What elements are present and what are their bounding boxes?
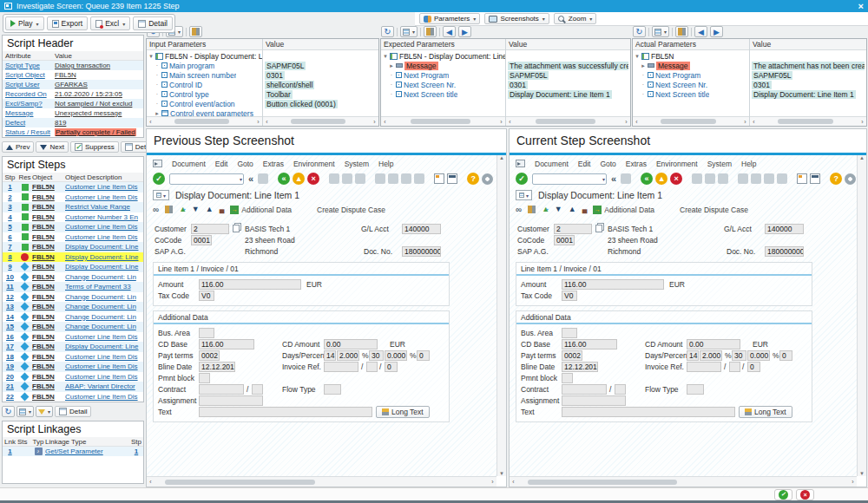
sap-menu-item[interactable]: Goto (600, 160, 615, 168)
tree-item[interactable]: · Next Program (633, 70, 749, 80)
invoice-ref-field[interactable] (687, 362, 721, 372)
previous-item-icon[interactable]: ▲ (206, 206, 214, 213)
customize-layout-icon[interactable] (482, 173, 493, 185)
payt-terms-field[interactable]: 0002 (199, 350, 220, 361)
pct2-field[interactable]: 0.000 (747, 350, 770, 361)
parameter-label[interactable]: Message (404, 62, 438, 70)
bline-date-field[interactable]: 12.12.2019 (562, 362, 598, 372)
script-step-row[interactable]: 1 FBL5N Customer Line Item Dis (3, 182, 143, 193)
script-step-row[interactable]: 10 FBL5N Change Document: Lin (3, 272, 143, 283)
horizontal-scrollbar[interactable]: ‹› (381, 116, 505, 126)
sap-menu-item[interactable]: Document (535, 160, 569, 168)
step-number-link[interactable]: 11 (6, 283, 13, 291)
parameter-label[interactable]: Next Screen Nr. (655, 81, 707, 89)
scroll-left-icon[interactable]: ‹ (147, 119, 155, 125)
refresh-button[interactable]: ↻ (2, 406, 15, 417)
script-step-row[interactable]: 22 FBL5N Customer Line Item Dis (3, 392, 143, 402)
script-step-row[interactable]: 2 FBL5N Customer Line Item Dis (3, 193, 143, 203)
attribute-link[interactable]: Message (5, 109, 33, 117)
object-description-link[interactable]: Customer Line Item Dis (65, 353, 138, 361)
step-number-link[interactable]: 13 (6, 303, 14, 310)
flow-type-field[interactable] (687, 384, 704, 395)
parameter-value[interactable]: SAPMF05L (265, 62, 306, 70)
script-step-row[interactable]: 4 FBL5N Customer Number 3 En (3, 212, 143, 223)
parameter-label[interactable]: Next Screen Nr. (404, 81, 456, 89)
script-step-row[interactable]: 11 FBL5N Terms of Payment 33 (3, 282, 143, 292)
object-link[interactable]: FBL5N (32, 283, 55, 291)
tree-root-node[interactable]: ▾FBL5N - Display Document: Line Item 1 (147, 51, 262, 61)
parameter-label[interactable]: Control event/action (169, 100, 235, 108)
assignment-field[interactable] (199, 395, 263, 406)
tree-item[interactable]: · Control type (147, 89, 262, 99)
expand-icon[interactable]: ▸ (155, 110, 160, 117)
value-link[interactable]: Not sampled / Not exclud (55, 100, 132, 108)
collapse-icon[interactable]: « (248, 173, 253, 184)
sap-menu-item[interactable]: System (345, 160, 369, 168)
script-step-row[interactable]: 17 FBL5N Display Document: Line (3, 342, 143, 352)
chart-icon[interactable]: ▲▪ (179, 206, 186, 213)
scrollbar-thumb[interactable] (165, 480, 315, 485)
cd-amount-field[interactable]: 0.00 (687, 339, 740, 349)
tree-item[interactable]: · Main program (147, 61, 262, 70)
parameter-value[interactable]: SAPMF05L (508, 71, 549, 80)
tree-item[interactable]: · Control ID (147, 80, 262, 89)
tree-item[interactable]: ▸ Control event parameters (147, 108, 262, 116)
cd-base-field[interactable]: 116.00 (562, 339, 617, 349)
assignment-field[interactable] (562, 395, 626, 406)
days1-field[interactable]: 14 (687, 350, 699, 361)
expand-icon[interactable]: · (155, 82, 160, 88)
sap-menu-item[interactable]: Environment (293, 160, 335, 168)
attribute-link[interactable]: Script Type (5, 62, 40, 69)
prev-button[interactable]: Prev (2, 141, 34, 153)
display-change-icon[interactable]: ∞ (153, 206, 159, 214)
suppress-button[interactable]: ✓Suppress (70, 141, 119, 153)
script-step-row[interactable]: 18 FBL5N Customer Line Item Dis (3, 352, 143, 363)
tree-item[interactable]: · Next Screen title (381, 89, 505, 99)
step-number-link[interactable]: 17 (6, 343, 14, 350)
cd-amount-field[interactable]: 0.00 (324, 339, 378, 349)
parameter-label[interactable]: Next Program (655, 71, 700, 80)
days3-field[interactable]: 0 (779, 350, 792, 361)
step-number-link[interactable]: 6 (8, 233, 11, 241)
value-link[interactable]: Partially complete / Failed (55, 128, 136, 136)
parameter-value[interactable]: The attachment has not been created (752, 62, 865, 70)
cancel-icon[interactable]: × (670, 173, 682, 185)
scrollbar-thumb[interactable] (778, 119, 833, 124)
gl-acct-field[interactable]: 140000 (765, 224, 804, 234)
days1-field[interactable]: 14 (324, 350, 336, 361)
help-icon[interactable]: ? (467, 173, 479, 185)
parameter-label[interactable]: Control event parameters (170, 109, 253, 117)
pct1-field[interactable]: 2.000 (337, 350, 359, 361)
value-link[interactable]: 819 (55, 119, 66, 127)
script-step-row[interactable]: 12 FBL5N Change Document: Lin (3, 292, 143, 303)
scrollbar-thumb[interactable] (291, 119, 345, 124)
detail-button-3[interactable]: Detail (55, 406, 91, 417)
expand-icon[interactable]: ▾ (635, 53, 640, 60)
bus-area-field[interactable] (562, 328, 577, 338)
step-number-link[interactable]: 15 (6, 323, 14, 330)
text-field[interactable] (562, 407, 735, 417)
sap-menu-item[interactable]: Help (378, 160, 393, 168)
gl-acct-field[interactable]: 140000 (402, 224, 441, 234)
expand-icon[interactable]: ▾ (383, 53, 388, 60)
prev-diff-button[interactable]: ◀ (443, 26, 456, 37)
enter-icon[interactable]: ✓ (153, 173, 165, 185)
object-link[interactable]: FBL5N (32, 343, 55, 350)
invoice-ref-year-field[interactable] (729, 362, 740, 372)
parameter-value[interactable]: Button clicked (0001) (265, 100, 338, 108)
command-field[interactable]: ▾ (169, 173, 244, 185)
object-link[interactable]: FBL5N (32, 382, 55, 390)
tree-item[interactable]: · Next Program (381, 70, 505, 80)
cancel-icon[interactable]: × (307, 173, 319, 185)
horizontal-scrollbar[interactable]: ‹› (263, 116, 378, 126)
object-description-link[interactable]: Change Document: Lin (65, 273, 136, 281)
parameter-value[interactable]: Display Document: Line Item 1 (508, 90, 612, 99)
object-link[interactable]: FBL5N (32, 363, 55, 370)
tree-root-node[interactable]: ▾FBL5N - Display Document: Line Item 1 (381, 51, 505, 61)
object-description-link[interactable]: Customer Line Item Dis (65, 393, 138, 401)
object-link[interactable]: FBL5N (32, 263, 55, 271)
scroll-up-icon[interactable]: ▲ (499, 155, 504, 160)
invoice-ref-year-field[interactable] (366, 362, 378, 372)
long-text-button[interactable]: Long Text (376, 406, 430, 418)
export-button[interactable]: Export (47, 16, 89, 30)
